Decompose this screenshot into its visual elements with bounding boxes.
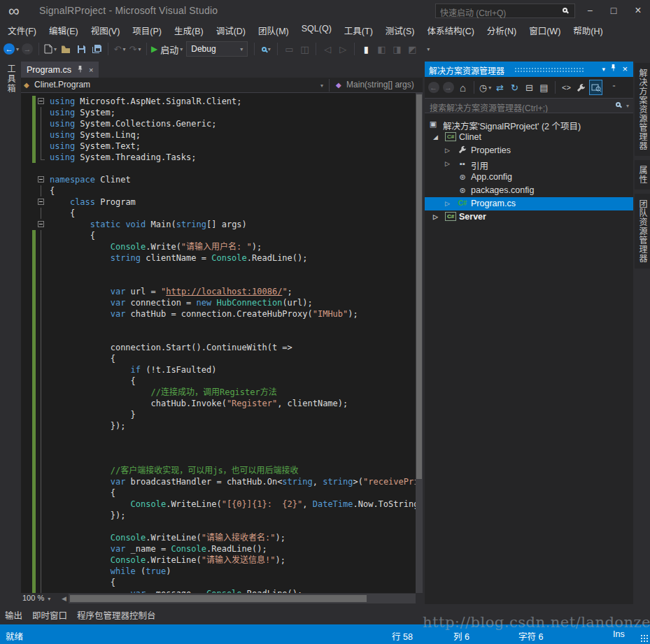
find-in-files-button[interactable]: ▾ (259, 41, 273, 57)
menu-item-1[interactable]: 编辑(E) (43, 21, 85, 37)
toolbar-overflow-icon[interactable]: '' (607, 80, 621, 95)
menu-item-9[interactable]: 测试(S) (379, 21, 421, 37)
save-button[interactable] (74, 41, 88, 57)
editor-vertical-scrollbar[interactable] (416, 93, 423, 593)
resize-grip[interactable] (640, 634, 649, 643)
solution-explorer-header[interactable]: 解决方案资源管理器 ▾ × (425, 62, 633, 77)
vertical-tab-1[interactable]: 属性 (635, 160, 650, 189)
back-icon[interactable]: ← (427, 80, 440, 95)
expander-collapsed-icon[interactable]: ▷ (445, 200, 450, 207)
editor-horizontal-scrollbar[interactable] (69, 594, 416, 603)
new-file-button[interactable]: ▾ (43, 41, 57, 57)
menu-item-4[interactable]: 生成(B) (168, 21, 210, 37)
uncomment-button[interactable]: ◫ (297, 41, 311, 57)
prev-bookmark-button[interactable]: ◧ (374, 41, 388, 57)
solution-icon: ▣ (428, 119, 439, 129)
tree-item-app.config[interactable]: ⊛App.config (425, 171, 633, 184)
pin-icon[interactable] (610, 64, 616, 73)
start-debug-button[interactable]: ▶ 启动▾ (151, 41, 183, 57)
menu-item-11[interactable]: 分析(N) (481, 21, 523, 37)
drag-grip[interactable] (514, 67, 584, 72)
chevron-down-icon[interactable]: ▾ (320, 83, 323, 89)
home-icon[interactable]: ⌂ (456, 80, 469, 95)
window-position-icon[interactable]: ▾ (602, 66, 605, 73)
next-issue-button[interactable]: ▷ (336, 41, 350, 57)
tab-program-cs[interactable]: Program.cs × (21, 62, 99, 78)
menu-item-0[interactable]: 文件(F) (1, 21, 43, 37)
bottom-tab-2[interactable]: 程序包管理器控制台 (77, 608, 156, 622)
redo-button[interactable]: ↷▾ (128, 41, 142, 57)
collapse-all-icon[interactable]: ⊟ (523, 80, 536, 95)
save-all-button[interactable] (90, 41, 104, 57)
tree-item--signalrproject-2-[interactable]: ▣解决方案'SignalRProject' (2 个项目) (425, 117, 633, 131)
solution-config-dropdown[interactable]: Debug▾ (186, 41, 248, 57)
outline-collapse-icon[interactable] (38, 199, 44, 205)
navigate-back-button[interactable]: ←▾ (3, 41, 19, 57)
search-icon[interactable] (616, 102, 621, 107)
pin-icon[interactable] (77, 65, 83, 74)
prev-issue-button[interactable]: ◁ (320, 41, 334, 57)
vertical-tab-2[interactable]: 团队资源管理器 (635, 194, 650, 269)
open-file-button[interactable] (59, 41, 73, 57)
member-dropdown[interactable]: ◆ Main(string[] args) (336, 80, 414, 90)
outline-collapse-icon[interactable] (38, 98, 44, 104)
close-panel-icon[interactable]: × (622, 64, 628, 74)
outline-collapse-icon[interactable] (38, 221, 44, 227)
zoom-level-dropdown[interactable]: 100 % ▾ (22, 594, 50, 602)
scroll-left-arrow-icon[interactable]: ◀ (62, 595, 66, 602)
search-options-icon[interactable]: ▾ (626, 103, 629, 109)
navigate-forward-button[interactable]: → (20, 41, 34, 57)
menu-item-5[interactable]: 调试(D) (210, 21, 252, 37)
type-dropdown[interactable]: ◆ Clinet.Program (24, 80, 90, 90)
view-code-icon[interactable]: <> (560, 80, 573, 95)
expander-collapsed-icon[interactable]: ▷ (445, 147, 450, 154)
toolbox-vertical-tab[interactable]: 工具箱 (3, 60, 18, 98)
maximize-button[interactable]: □ (603, 3, 624, 18)
tree-item--[interactable]: ▷▪▪引用 (425, 157, 633, 171)
solution-explorer-search-input[interactable]: 搜索解决方案资源管理器(Ctrl+;) (425, 98, 633, 113)
undo-button[interactable]: ↶▾ (113, 41, 127, 57)
next-bookmark-button[interactable]: ◨ (390, 41, 404, 57)
menu-item-10[interactable]: 体系结构(C) (421, 21, 480, 37)
expander-expanded-icon[interactable]: ◢ (433, 134, 438, 141)
toolbar-overflow-button[interactable]: ▾ (421, 41, 434, 57)
forward-icon[interactable]: → (441, 80, 455, 95)
menu-item-6[interactable]: 团队(M) (252, 21, 295, 37)
toggle-bookmark-button[interactable]: ▮ (359, 41, 373, 57)
tree-item-clinet[interactable]: ◢C#Clinet (425, 131, 633, 144)
menu-item-3[interactable]: 项目(P) (126, 21, 168, 37)
expander-collapsed-icon[interactable]: ▷ (445, 160, 450, 167)
clear-bookmarks-button[interactable]: ◩ (405, 41, 419, 57)
refresh-icon[interactable]: ↻ (508, 80, 521, 95)
tree-item-server[interactable]: ▷C#Server (425, 210, 633, 224)
menu-item-7[interactable]: SQL(Q) (295, 21, 338, 37)
tree-item-properties[interactable]: ▷Properties (425, 144, 633, 157)
pending-changes-filter-icon[interactable]: ◷▾ (479, 80, 492, 95)
switch-views-icon[interactable]: ⇄ (493, 80, 507, 95)
comment-button[interactable]: ▭ (282, 41, 296, 57)
horizontal-scrollbar-thumb[interactable] (70, 595, 367, 602)
bottom-tab-1[interactable]: 即时窗口 (32, 608, 67, 622)
menu-item-12[interactable]: 窗口(W) (523, 21, 567, 37)
menu-item-8[interactable]: 工具(T) (338, 21, 379, 37)
tree-item-program.cs[interactable]: ▷C#Program.cs (425, 197, 633, 210)
menu-item-2[interactable]: 视图(V) (85, 21, 127, 37)
minimize-button[interactable]: − (579, 3, 600, 18)
title-bar[interactable]: ∞ SignalRProject - Microsoft Visual Stud… (0, 0, 650, 21)
properties-wrench-icon[interactable] (574, 80, 588, 95)
menu-item-13[interactable]: 帮助(H) (567, 21, 609, 37)
close-tab-icon[interactable]: × (89, 66, 93, 74)
code-editor[interactable]: using Microsoft.AspNet.SignalR.Client;us… (21, 93, 416, 593)
tree-item-packages.config[interactable]: ⊛packages.config (425, 184, 633, 197)
quick-launch-search-icon[interactable] (563, 8, 567, 13)
vertical-tab-0[interactable]: 解决方案资源管理器 (635, 63, 650, 156)
sync-with-active-document-icon[interactable] (589, 80, 602, 95)
expander-collapsed-icon[interactable]: ▷ (433, 213, 438, 220)
bottom-tab-0[interactable]: 输出 (5, 608, 22, 622)
close-button[interactable]: × (628, 3, 649, 18)
properties-pages-icon[interactable]: ▤ (537, 80, 551, 95)
vertical-scrollbar-thumb[interactable] (416, 94, 422, 479)
quick-launch-input[interactable]: 快速启动 (Ctrl+Q) (435, 3, 575, 18)
outline-collapse-icon[interactable] (38, 176, 44, 183)
panel-title: 解决方案资源管理器 (429, 64, 504, 76)
